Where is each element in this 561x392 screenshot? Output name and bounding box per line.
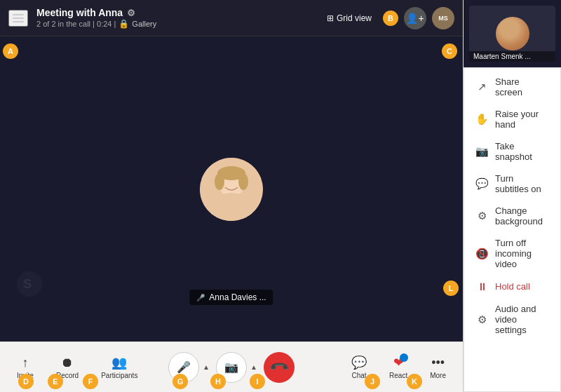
- menu-button[interactable]: [8, 10, 28, 27]
- react-wrapper: ❤: [393, 355, 404, 370]
- label-C: C: [442, 43, 457, 59]
- label-E: E: [48, 374, 63, 389]
- participant-name-text: Anna Davies ...: [209, 292, 266, 302]
- label-A: A: [3, 43, 18, 59]
- label-B: B: [383, 11, 398, 26]
- participant-video: [200, 158, 263, 221]
- background-label: Change background: [495, 205, 549, 227]
- label-F: F: [83, 374, 98, 389]
- more-label: More: [430, 372, 446, 379]
- menu-item-snapshot[interactable]: 📷 Take snapshot: [464, 135, 560, 168]
- subtitles-label: Turn subtitles on: [495, 173, 549, 194]
- header-right: ⊞ Grid view B 👤+ MS: [321, 7, 454, 29]
- svg-point-7: [238, 173, 248, 190]
- meeting-subtitle: 2 of 2 in the call | 0:24 | 🔒 Gallery: [36, 19, 316, 29]
- participant-face-thumb: [496, 17, 529, 50]
- participant-name-tag: 🎤 Anna Davies ...: [189, 290, 273, 305]
- audio-settings-icon: ⚙: [475, 313, 488, 326]
- raise-hand-label: Raise your hand: [495, 109, 549, 130]
- svg-point-4: [215, 197, 248, 219]
- menu-item-share-screen[interactable]: ↗ Share screen: [464, 71, 560, 103]
- menu-item-subtitles[interactable]: 💬 Turn subtitles on: [464, 168, 560, 200]
- participant-name-bar: Maarten Smenk ...: [469, 51, 555, 62]
- background-icon: ⚙: [475, 210, 488, 222]
- incoming-video-icon: 📵: [475, 248, 488, 260]
- snapshot-label: Take snapshot: [495, 141, 549, 162]
- label-J: J: [365, 374, 380, 389]
- grid-icon: ⊞: [327, 13, 334, 23]
- incoming-video-label: Turn off incoming video: [495, 238, 549, 269]
- meeting-container: A Meeting with Anna ⚙ 2 of 2 in the call…: [0, 0, 463, 392]
- svg-point-6: [215, 173, 224, 190]
- settings-icon[interactable]: ⚙: [127, 8, 135, 18]
- user-avatar[interactable]: MS: [432, 7, 454, 29]
- label-I: I: [250, 374, 265, 389]
- participant-video-thumb: Maarten Smenk ...: [469, 6, 555, 62]
- grid-view-button[interactable]: ⊞ Grid view: [321, 11, 377, 26]
- react-label: React: [389, 372, 407, 379]
- audio-settings-label: Audio and video settings: [495, 304, 549, 335]
- meeting-title-text: Meeting with Anna: [36, 7, 123, 18]
- video-area: S 🎤: [0, 36, 463, 342]
- toolbar: D E F G H I J K ↑ Invite ⏺ Record 👥 Part…: [0, 342, 463, 392]
- share-screen-icon: ↗: [475, 81, 488, 93]
- label-D: D: [18, 374, 34, 389]
- share-screen-label: Share screen: [495, 76, 549, 97]
- chat-label: Chat: [352, 372, 367, 379]
- skype-watermark: S: [17, 271, 42, 299]
- snapshot-icon: 📷: [475, 145, 488, 158]
- gallery-label[interactable]: Gallery: [132, 20, 156, 28]
- hold-label: Hold call: [495, 281, 530, 292]
- lock-icon: 🔒: [119, 19, 129, 29]
- chat-icon: 💬: [351, 355, 367, 370]
- menu-item-hold[interactable]: ⏸ Hold call: [464, 275, 560, 298]
- meeting-title-row: Meeting with Anna ⚙: [36, 7, 316, 18]
- menu-item-audio-settings[interactable]: ⚙ Audio and video settings: [464, 298, 560, 341]
- hold-icon: ⏸: [475, 281, 488, 292]
- add-people-button[interactable]: 👤+: [404, 7, 426, 29]
- label-L: L: [443, 281, 459, 296]
- label-G: G: [173, 374, 188, 389]
- toolbar-right: 💬 Chat ❤ React ••• More: [339, 352, 452, 382]
- menu-item-raise-hand[interactable]: ✋ Raise your hand: [464, 103, 560, 135]
- mic-muted-icon: 🎤: [196, 294, 205, 302]
- participant-thumbnail: Maarten Smenk ...: [464, 0, 561, 67]
- raise-hand-icon: ✋: [475, 113, 488, 126]
- menu-item-incoming-video[interactable]: 📵 Turn off incoming video: [464, 232, 560, 275]
- header: Meeting with Anna ⚙ 2 of 2 in the call |…: [0, 0, 463, 36]
- more-icon: •••: [431, 356, 445, 370]
- toolbar-center: 🎤 ▲ 📷 ▲ 📞: [126, 352, 337, 383]
- label-K: K: [407, 374, 422, 389]
- subtitles-icon: 💬: [475, 177, 488, 190]
- sidebar: L Maarten Smenk ... ↗ Share screen ✋ Rai…: [463, 0, 561, 392]
- participants-icon: 👥: [111, 355, 127, 370]
- sidebar-participant-name: Maarten Smenk ...: [473, 53, 531, 60]
- svg-text:S: S: [23, 277, 32, 291]
- invite-icon: ↑: [22, 356, 28, 370]
- more-button[interactable]: ••• More: [424, 353, 452, 382]
- label-H: H: [210, 374, 226, 389]
- title-group: Meeting with Anna ⚙ 2 of 2 in the call |…: [36, 7, 316, 29]
- record-icon: ⏺: [61, 356, 74, 370]
- grid-view-label: Grid view: [337, 13, 372, 23]
- menu-item-background[interactable]: ⚙ Change background: [464, 200, 560, 232]
- react-blue-badge: [400, 353, 408, 362]
- subtitle-text: 2 of 2 in the call | 0:24 |: [36, 20, 116, 28]
- context-menu: ↗ Share screen ✋ Raise your hand 📷 Take …: [464, 67, 561, 392]
- add-people-icon: 👤+: [406, 13, 424, 24]
